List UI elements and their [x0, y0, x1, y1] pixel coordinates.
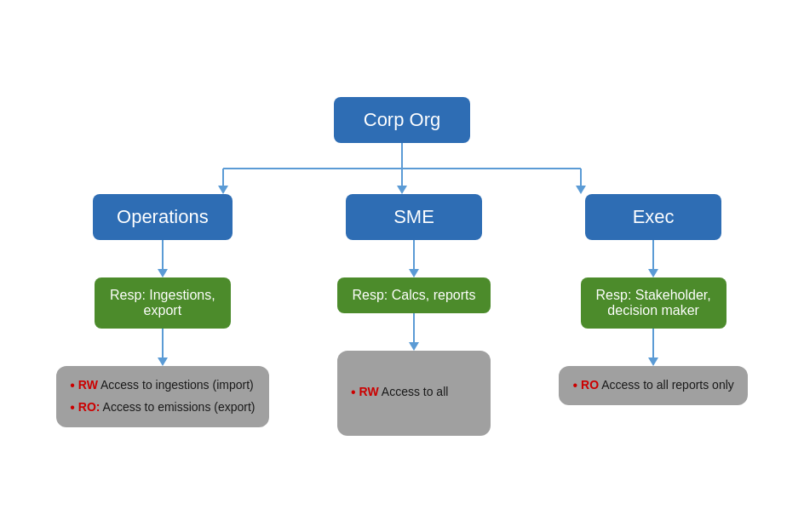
sme-resp: Resp: Calcs, reports: [337, 277, 491, 313]
exec-access-1: RO Access to all reports only: [581, 376, 734, 394]
exec-resp: Resp: Stakeholder,decision maker: [581, 277, 726, 329]
arrow-sme-1: [409, 240, 419, 277]
arrow-ops-1: [158, 240, 168, 277]
bullet-sme-1: •: [351, 383, 356, 402]
arrow-ops-2: [158, 329, 168, 366]
ops-access-2: RO: Access to emissions (export): [78, 398, 256, 416]
arrow-exec-1: [648, 240, 658, 277]
sme-access-1: RW Access to all: [359, 383, 449, 401]
ops-access-1: RW Access to ingestions (import): [78, 376, 254, 394]
svg-marker-7: [576, 186, 586, 194]
branch-exec: Exec Resp: Stakeholder,decision maker • …: [559, 194, 747, 436]
org-chart: Corp Org Operations Resp: Ingestions,exp…: [19, 97, 785, 436]
exec-access: • RO Access to all reports only: [559, 366, 747, 405]
root-node: Corp Org: [334, 97, 470, 143]
exec-title: Exec: [585, 194, 721, 240]
svg-marker-3: [218, 186, 228, 194]
arrow-exec-2: [648, 329, 658, 366]
bullet-ops-1: •: [70, 376, 75, 395]
bullet-ops-2: •: [70, 398, 75, 417]
branch-sme: SME Resp: Calcs, reports • RW Access to …: [337, 194, 491, 436]
sme-access: • RW Access to all: [337, 351, 491, 436]
operations-access: • RW Access to ingestions (import) • RO:…: [56, 366, 268, 428]
svg-marker-5: [397, 186, 407, 194]
operations-title: Operations: [93, 194, 233, 240]
bullet-exec-1: •: [572, 376, 577, 395]
branch-operations: Operations Resp: Ingestions,export • RW …: [56, 194, 268, 436]
top-connector-svg: [138, 143, 666, 194]
arrow-sme-2: [409, 313, 419, 351]
sme-title: SME: [346, 194, 482, 240]
operations-resp: Resp: Ingestions,export: [95, 277, 231, 329]
